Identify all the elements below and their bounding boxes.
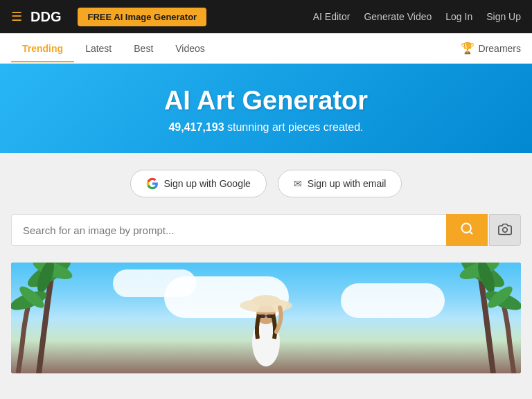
cta-button[interactable]: FREE AI Image Generator [78,8,206,26]
email-signup-label: Sign up with email [308,178,387,189]
tab-latest[interactable]: Latest [74,35,123,62]
palm-left-svg [11,263,122,373]
header-nav: AI Editor Generate Video Log In Sign Up [313,11,521,22]
svg-rect-18 [267,314,272,318]
camera-icon [498,222,512,238]
trophy-icon: 🏆 [461,42,475,55]
tab-best[interactable]: Best [123,35,164,62]
svg-rect-17 [260,314,265,318]
search-icon [460,222,474,239]
tab-bar: Trending Latest Best Videos 🏆 Dreamers [0,33,532,64]
dreamers-label: Dreamers [479,43,521,54]
header: ☰ DDG FREE AI Image Generator AI Editor … [0,0,532,33]
search-button[interactable] [446,214,488,246]
gallery-image [11,263,521,373]
gallery-section [11,263,521,373]
logo: DDG [30,9,61,25]
hero-stat-number: 49,417,193 [168,121,224,133]
tab-trending[interactable]: Trending [11,35,74,62]
nav-sign-up[interactable]: Sign Up [486,11,521,22]
hero-banner: AI Art Generator 49,417,193 stunning art… [0,64,532,153]
search-section [0,214,532,263]
cloud-2 [113,269,196,297]
menu-icon[interactable]: ☰ [11,9,22,24]
hero-title: AI Art Generator [14,86,518,116]
palm-right-svg [410,263,521,373]
dreamers-tab[interactable]: 🏆 Dreamers [461,42,521,55]
tab-videos[interactable]: Videos [164,35,216,62]
signup-section: Sign up with Google ✉ Sign up with email [0,153,532,214]
figure-svg [238,276,294,366]
search-input[interactable] [11,214,446,246]
svg-line-1 [470,231,472,233]
camera-button[interactable] [489,214,521,246]
email-signup-button[interactable]: ✉ Sign up with email [278,170,402,197]
google-signup-label: Sign up with Google [164,178,251,189]
svg-point-16 [252,295,280,306]
hero-subtitle: 49,417,193 stunning art pieces created. [14,121,518,134]
nav-log-in[interactable]: Log In [445,11,472,22]
hero-stat-suffix: stunning art pieces created. [224,121,364,133]
nav-ai-editor[interactable]: AI Editor [313,11,351,22]
google-icon [146,177,159,190]
svg-point-2 [503,227,508,232]
google-signup-button[interactable]: Sign up with Google [130,170,267,197]
email-icon: ✉ [294,178,302,189]
nav-generate-video[interactable]: Generate Video [364,11,432,22]
